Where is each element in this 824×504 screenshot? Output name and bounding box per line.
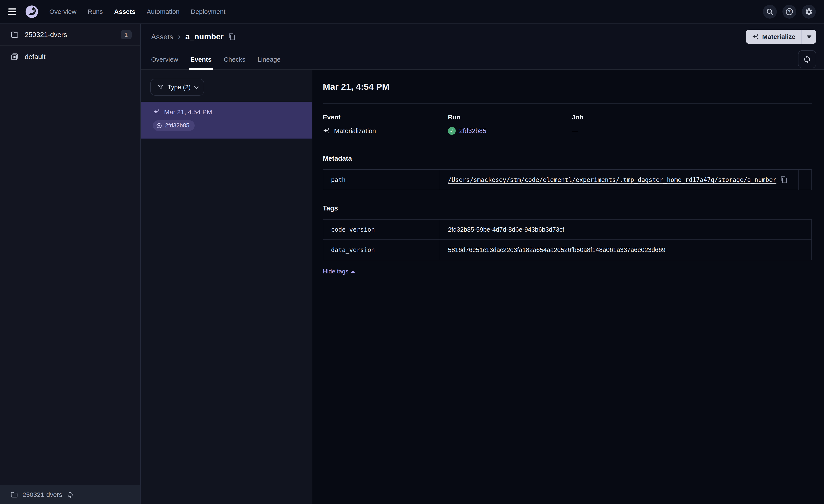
tab-events[interactable]: Events [190, 50, 212, 69]
hamburger-menu-icon[interactable] [8, 8, 18, 15]
run-success-icon: ✓ [448, 127, 456, 135]
code-location-status-bar: 250321-dvers [0, 485, 140, 504]
metadata-key: path [323, 170, 440, 190]
sidebar-group-label: 250321-dvers [25, 31, 67, 39]
search-icon [766, 8, 774, 16]
filter-funnel-icon [157, 84, 164, 91]
sidebar-group-row[interactable]: 250321-dvers 1 [0, 24, 140, 45]
tags-section: Tags code_version 2fd32b85-59be-4d7d-8d6… [323, 205, 812, 275]
type-filter-label: Type (2) [168, 84, 191, 91]
event-list-item-selected[interactable]: Mar 21, 4:54 PM 2fd32b85 [141, 102, 312, 139]
asset-count-badge: 1 [121, 30, 132, 39]
tab-lineage[interactable]: Lineage [258, 50, 281, 69]
refresh-button[interactable] [798, 50, 816, 69]
repo-grid-icon [10, 52, 19, 61]
help-icon: ? [785, 8, 794, 16]
metadata-table: path /Users/smackesey/stm/code/elementl/… [323, 169, 812, 190]
settings-button[interactable] [802, 5, 816, 19]
run-chip-label: 2fd32b85 [165, 122, 189, 129]
copy-icon [228, 33, 236, 40]
folder-icon [10, 491, 18, 499]
materialize-label: Materialize [762, 33, 796, 40]
run-id-link[interactable]: 2fd32b85 [459, 127, 486, 135]
shine-icon [752, 33, 759, 40]
run-status-icon [156, 122, 163, 129]
settings-gear-icon [805, 8, 813, 16]
event-detail-timestamp: Mar 21, 4:54 PM [323, 82, 812, 92]
nav-link-assets[interactable]: Assets [114, 8, 135, 15]
nav-link-overview[interactable]: Overview [49, 8, 77, 15]
search-button[interactable] [763, 5, 777, 19]
breadcrumb-assets-link[interactable]: Assets [151, 33, 173, 41]
tags-heading: Tags [323, 205, 812, 212]
caret-up-icon [351, 270, 355, 273]
tags-table: code_version 2fd32b85-59be-4d7d-8d6e-943… [323, 219, 812, 260]
sidebar-item-default[interactable]: default [0, 46, 140, 68]
materialization-shine-icon [323, 127, 331, 135]
svg-text:?: ? [788, 9, 791, 14]
materialize-dropdown-button[interactable] [802, 30, 816, 44]
metadata-section: Metadata path /Users/smackesey/stm/code/… [323, 155, 812, 190]
breadcrumb-separator: › [178, 32, 181, 41]
asset-tabs: Overview Events Checks Lineage [141, 50, 824, 70]
run-id-chip[interactable]: 2fd32b85 [153, 120, 195, 131]
metadata-action-cell [799, 170, 811, 190]
copy-asset-name-button[interactable] [228, 33, 236, 40]
materialize-split-button: Materialize [746, 30, 816, 44]
caret-down-icon [807, 35, 811, 38]
page-title: a_number [185, 32, 224, 41]
table-row: code_version 2fd32b85-59be-4d7d-8d6e-943… [323, 220, 811, 240]
materialize-button[interactable]: Materialize [746, 30, 802, 44]
hide-tags-link[interactable]: Hide tags [323, 268, 355, 275]
table-row: path /Users/smackesey/stm/code/elementl/… [323, 170, 811, 190]
main-nav-links: Overview Runs Assets Automation Deployme… [49, 8, 225, 15]
metadata-path-link[interactable]: /Users/smackesey/stm/code/elementl/exper… [448, 176, 777, 183]
copy-path-button[interactable] [780, 176, 788, 183]
copy-icon [780, 176, 788, 183]
job-column-label: Job [572, 114, 812, 121]
event-type-value: Materialization [334, 127, 376, 135]
reload-location-icon[interactable] [67, 491, 74, 498]
nav-link-deployment[interactable]: Deployment [191, 8, 225, 15]
event-details-panel: Mar 21, 4:54 PM Event Materialization [312, 70, 824, 504]
materialization-shine-icon [153, 108, 161, 116]
help-button[interactable]: ? [783, 5, 796, 19]
top-nav: Overview Runs Assets Automation Deployme… [0, 0, 824, 24]
chevron-down-icon [194, 84, 199, 89]
sidebar-item-label: default [25, 53, 45, 61]
nav-link-runs[interactable]: Runs [88, 8, 103, 15]
tab-checks[interactable]: Checks [224, 50, 245, 69]
event-timestamp: Mar 21, 4:54 PM [164, 108, 212, 116]
folder-icon [10, 30, 19, 39]
refresh-icon [803, 55, 811, 64]
tag-key: data_version [323, 240, 440, 260]
metadata-heading: Metadata [323, 155, 812, 162]
table-row: data_version 5816d76e51c13dac22e3fa182a6… [323, 240, 811, 260]
event-list-panel: Type (2) Mar 21, 4:54 PM [141, 70, 312, 504]
nav-link-automation[interactable]: Automation [146, 8, 180, 15]
event-column-label: Event [323, 114, 448, 121]
tag-value: 5816d76e51c13dac22e3fa182a654aa2d526fb50… [448, 246, 665, 254]
breadcrumb: Assets › a_number [151, 32, 236, 41]
type-filter-button[interactable]: Type (2) [150, 79, 204, 96]
asset-page-header: Assets › a_number Materialize [141, 24, 824, 50]
dagster-logo-icon[interactable] [25, 5, 39, 19]
run-column-label: Run [448, 114, 572, 121]
asset-groups-sidebar: 250321-dvers 1 default 250321-dvers [0, 24, 141, 504]
tab-overview[interactable]: Overview [151, 50, 178, 69]
tag-value: 2fd32b85-59be-4d7d-8d6e-943b6b3d73cf [448, 226, 564, 233]
hide-tags-label: Hide tags [323, 268, 348, 275]
code-location-label: 250321-dvers [22, 491, 62, 498]
job-value: — [572, 127, 578, 134]
tag-key: code_version [323, 220, 440, 239]
